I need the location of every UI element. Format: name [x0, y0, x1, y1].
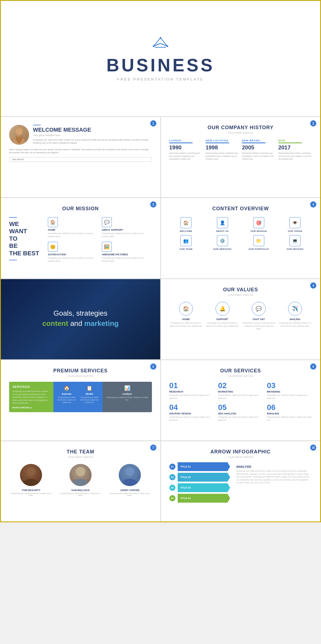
services-subtitle: YOUR GREAT SUBTITLE [9, 375, 152, 377]
service-num-05: 05 [218, 404, 263, 411]
overview-icon-team: 👥 [180, 235, 191, 246]
value-text-support: Frequently your initial font choice is t… [206, 322, 239, 328]
team-member-2: SAM BULLOCK Frequently your initial font… [59, 464, 103, 496]
team-avatar-3 [119, 464, 141, 486]
overview-item-team: 👥 OUR TEAM [169, 235, 203, 250]
overview-label-mission: OUR MISSION [250, 230, 267, 232]
mission-slide: 3 OUR MISSION WEWANTTOBETHE BEST 🏠 HOME … [1, 198, 160, 278]
welcome-accent-line [33, 125, 41, 125]
history-slide: 2 OUR COMPANY HISTORY YOUR GREAT SUBTITL… [161, 117, 320, 197]
slide-num-7: 2 [150, 363, 156, 370]
timeline-text-4: Representing team active, something new … [278, 152, 312, 161]
services-slide: 2 PREMIUM SERVICES YOUR GREAT SUBTITLE S… [1, 360, 160, 440]
timeline-bar-4 [278, 142, 302, 143]
svg-point-5 [16, 128, 22, 135]
timeline-year-1: 1990 [169, 144, 203, 151]
timeline-bar-3 [242, 142, 265, 143]
service-title-05: SEO ANALYSIS [218, 412, 263, 415]
avatar [9, 125, 29, 145]
slide-num-1: 1 [150, 120, 156, 126]
svg-point-13 [122, 479, 138, 486]
overview-item-mission: 🎯 OUR MISSION [242, 217, 275, 232]
overview-item-services: ⚙️ OUR SERVICES [206, 235, 239, 250]
value-icon-mailing: ✈️ [288, 302, 302, 316]
values-subtitle: YOUR GREAT SUBTITLE [169, 294, 312, 296]
team-member-1: TOM MCKARTY Frequently your initial font… [9, 464, 53, 496]
overview-icon-services: ⚙️ [217, 235, 228, 246]
mission-left: WEWANTTOBETHE BEST [9, 217, 42, 260]
timeline-year-4: 2017 [278, 144, 312, 151]
arrow-step-1: 01 TITLE 01 [169, 462, 230, 471]
our-services-title: OUR SERVICES [169, 368, 312, 374]
value-label-support: SUPPORT [216, 318, 229, 321]
values-title: OUR VALUES [169, 287, 312, 293]
dark-title-white: Goals, strategies [53, 309, 107, 317]
service-02: 02 MARKETING Frequently your initial fon… [218, 382, 263, 400]
service-title-06: EMAILING [267, 412, 312, 415]
welcome-text-block: WELCOME MESSAGE Your great headline here… [33, 125, 152, 145]
overview-label-services: OUR SERVICES [213, 248, 231, 250]
overview-label-vision: OUR VISION [288, 230, 302, 232]
model-icon: 📋 [86, 385, 92, 391]
services-green-text: Frequently your initial font choice is t… [12, 390, 50, 405]
value-item-mailing: ✈️ MAILING Frequently your initial font … [278, 302, 312, 331]
values-slide: 4 OUR VALUES YOUR GREAT SUBTITLE 🏠 HOME … [161, 279, 320, 359]
mission-item-satisfaction-title: SATISFACTION [48, 253, 98, 256]
service-title-04: GRAPHIC DESIGN [169, 412, 214, 415]
mission-item-home: 🏠 HOME Frequently your initial font choi… [48, 217, 98, 238]
team-role-2: Frequently your initial font choice is t… [59, 492, 103, 496]
mission-content: WEWANTTOBETHE BEST 🏠 HOME Frequently you… [9, 217, 152, 263]
service-title-03: BRANDING [267, 390, 312, 393]
welcome-body2: When varying a typhos we daily font your… [9, 148, 152, 154]
overview-label-about: ABOUT US [216, 230, 229, 232]
arrow-steps: 01 TITLE 01 02 TITLE 02 03 [169, 462, 230, 504]
dark-title-green: content [42, 319, 68, 328]
mission-big-text: WEWANTTOBETHE BEST [9, 220, 39, 257]
overview-item-welcome: 🏠 WELCOME [169, 217, 203, 232]
arrow-shape-3: TITLE 03 [178, 483, 230, 492]
service-text-04: Frequently your value font choice is tak… [169, 416, 214, 422]
slide-num-4: 4 [310, 201, 316, 207]
model-title: Model [86, 393, 93, 395]
team-role-1: Frequently your initial font choice is t… [9, 492, 53, 496]
team-title: THE TEAM [9, 449, 152, 455]
arrow-analysis: ANALYSIS Frequently your initial font ch… [234, 462, 312, 487]
cover-subtitle: FREE PRESENTATION TEMPLATE [117, 77, 204, 81]
service-title-02: MARKETING [218, 390, 263, 393]
overview-item-devices: 💻 OUR DEVICES [278, 235, 312, 250]
value-item-support: 🔔 SUPPORT Frequently your initial font c… [206, 302, 239, 331]
services-title: PREMIUM SERVICES [9, 368, 152, 374]
arrow-shape-2: TITLE 02 [178, 473, 230, 482]
service-text-06: Frequently your reflection choice is tak… [267, 416, 312, 422]
overview-item-about: 👤 ABOUT US [206, 217, 239, 232]
crown-icon [149, 36, 172, 52]
history-title: OUR COMPANY HISTORY [169, 125, 312, 131]
timeline-label-4: NOW [278, 139, 312, 142]
timeline-text-1: Momentous athletic comprising time and c… [169, 152, 203, 161]
analyze-icon: 📊 [124, 385, 130, 391]
mission-right: 🏠 HOME Frequently your initial font choi… [48, 217, 152, 263]
overview-icon-mission: 🎯 [253, 217, 264, 228]
mission-item-home-title: HOME [48, 228, 98, 231]
slide-num-8: 6 [310, 363, 316, 370]
our-services-subtitle: YOUR GREAT SUBTITLE [169, 375, 312, 377]
execute-text: Frequently your initial font choice is t… [57, 396, 77, 404]
service-num-04: 04 [169, 404, 214, 411]
support-icon-box: 💬 [102, 217, 112, 227]
services-person-name: MARCO MICHELLI [12, 406, 50, 409]
arrow-infographic: 01 TITLE 01 02 TITLE 02 03 [169, 462, 312, 504]
timeline-year-3: 2005 [242, 144, 275, 151]
svg-point-8 [27, 467, 35, 476]
welcome-slide: 1 WELCOME MESSAGE Your great headline he… [1, 117, 160, 197]
arrow-shape-1: TITLE 01 [178, 462, 230, 471]
value-icon-support: 🔔 [216, 302, 229, 316]
mission-item-home-text: Frequently your initial font choice is t… [48, 232, 98, 238]
service-text-01: Frequently your initial font choice is t… [169, 394, 214, 400]
execute-icon: 🏠 [64, 385, 70, 391]
overview-item-portfolio: 📁 OUR PORTFOLIO [242, 235, 275, 250]
mission-item-support-text: Frequently your initial font choice is t… [102, 232, 152, 238]
service-title-01: RESEARCH [169, 390, 214, 393]
mission-accent-line-top [9, 217, 17, 218]
welcome-heading: WELCOME MESSAGE [33, 127, 152, 133]
service-num-06: 06 [267, 404, 312, 411]
